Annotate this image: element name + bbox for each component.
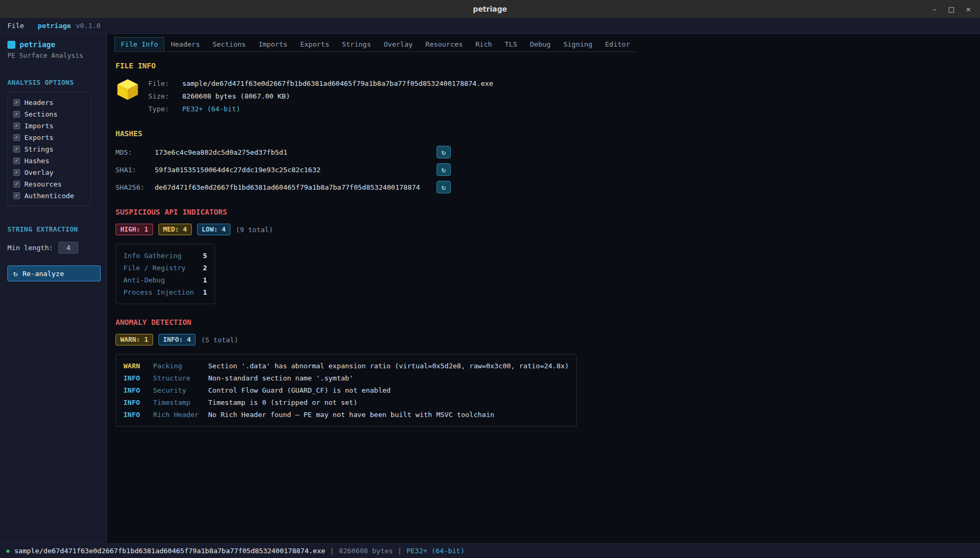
checkbox-label: Exports — [24, 134, 54, 141]
anomaly-row: INFO Timestamp Timestamp is 0 (stripped … — [123, 396, 569, 409]
min-length-input[interactable] — [58, 242, 78, 254]
checkbox-checked-icon: ✓ — [13, 122, 20, 129]
anomaly-message: Timestamp is 0 (stripped or not set) — [208, 398, 569, 406]
reanalyze-button[interactable]: ↻ Re-analyze — [7, 265, 101, 281]
size-value: 8260608 bytes (8067.00 KB) — [182, 90, 493, 103]
hashes-list: MD5: 173e6c4c9ea802dc5d0a275ed37fb5d1 ↻ … — [115, 145, 969, 194]
file-info-heading: FILE INFO — [115, 61, 969, 70]
min-length-label: Min length: — [7, 244, 53, 252]
hash-value: de67d471f63e0d2667fb1bd6381ad60465f79a1b… — [155, 183, 436, 191]
category-count: 5 — [203, 252, 207, 260]
anomaly-row: WARN Packing Section '.data' has abnorma… — [123, 360, 569, 372]
tab-debug[interactable]: Debug — [523, 37, 557, 51]
main-content: File Info Headers Sections Imports Expor… — [107, 34, 980, 543]
anomaly-category: Packing — [153, 362, 208, 370]
tab-overlay[interactable]: Overlay — [377, 37, 419, 51]
checkbox-checked-icon: ✓ — [13, 111, 20, 118]
status-separator: | — [398, 547, 402, 555]
hash-value: 59f3a01535150064d4c27ddc19e93c25c82c1632 — [155, 166, 436, 174]
analysis-options-group: ✓ Headers ✓ Sections ✓ Imports ✓ Exports… — [7, 92, 91, 206]
status-filetype: PE32+ (64-bit) — [406, 547, 465, 555]
badge-med: MED: 4 — [158, 224, 192, 235]
file-value: sample/de67d471f63e0d2667fb1bd6381ad6046… — [182, 77, 493, 90]
checkbox-label: Sections — [24, 110, 58, 118]
close-icon[interactable]: × — [961, 0, 976, 18]
tab-editor[interactable]: Editor — [599, 37, 636, 51]
checkbox-checked-icon: ✓ — [13, 134, 20, 141]
api-category-row: Process Injection 1 — [123, 286, 207, 298]
hash-row-sha256: SHA256: de67d471f63e0d2667fb1bd6381ad604… — [115, 180, 969, 194]
copy-sha1-button[interactable]: ↻ — [436, 163, 451, 176]
menu-file[interactable]: File — [7, 22, 24, 30]
app-name: petriage — [38, 22, 71, 30]
anomaly-row: INFO Security Control Flow Guard (GUARD_… — [123, 384, 569, 396]
anomaly-badge-row: WARN: 1 INFO: 4 (5 total) — [115, 334, 969, 346]
suspicious-api-heading: SUSPICIOUS API INDICATORS — [115, 208, 969, 216]
checkbox-checked-icon: ✓ — [13, 157, 20, 164]
checkbox-hashes[interactable]: ✓ Hashes — [13, 155, 85, 166]
tab-exports[interactable]: Exports — [294, 37, 336, 51]
app-window: petriage – □ × File petriagev0.1.0 petri… — [0, 0, 980, 558]
checkbox-label: Headers — [24, 99, 54, 107]
anomaly-severity: WARN — [123, 362, 153, 370]
badge-high: HIGH: 1 — [115, 224, 153, 235]
file-label: File: — [148, 77, 175, 90]
tab-file-info[interactable]: File Info — [114, 37, 164, 51]
checkbox-resources[interactable]: ✓ Resources — [13, 178, 85, 190]
anomaly-row: INFO Structure Non-standard section name… — [123, 372, 569, 384]
string-extraction-title: STRING EXTRACTION — [7, 225, 100, 233]
category-count: 1 — [203, 276, 207, 284]
checkbox-imports[interactable]: ✓ Imports — [13, 120, 85, 131]
tab-resources[interactable]: Resources — [419, 37, 469, 51]
menubar: File petriagev0.1.0 — [0, 18, 980, 34]
tab-headers[interactable]: Headers — [164, 37, 206, 51]
checkbox-label: Strings — [24, 145, 54, 153]
checkbox-label: Authenticode — [24, 192, 74, 200]
type-label: Type: — [148, 103, 175, 116]
checkbox-strings[interactable]: ✓ Strings — [13, 143, 85, 155]
statusbar: ● sample/de67d471f63e0d2667fb1bd6381ad60… — [0, 543, 980, 558]
checkbox-sections[interactable]: ✓ Sections — [13, 108, 85, 120]
minimize-icon[interactable]: – — [927, 0, 942, 18]
tab-sections[interactable]: Sections — [206, 37, 252, 51]
tab-rich[interactable]: Rich — [469, 37, 498, 51]
tab-strings[interactable]: Strings — [335, 37, 377, 51]
refresh-icon: ↻ — [13, 269, 17, 278]
min-length-row: Min length: — [7, 242, 100, 254]
maximize-icon[interactable]: □ — [944, 0, 959, 18]
checkbox-overlay[interactable]: ✓ Overlay — [13, 166, 85, 178]
hash-label: MD5: — [115, 148, 155, 156]
api-category-row: Anti-Debug 1 — [123, 274, 207, 286]
file-cube-icon — [115, 77, 140, 102]
suspicious-total: (9 total) — [236, 226, 273, 234]
checkbox-exports[interactable]: ✓ Exports — [13, 131, 85, 143]
sidebar-subtitle: PE Surface Analysis — [7, 51, 100, 59]
anomaly-message: Non-standard section name '.symtab' — [208, 374, 569, 382]
hash-label: SHA1: — [115, 166, 155, 174]
app-logo-row: petriage — [7, 40, 100, 49]
checkbox-checked-icon: ✓ — [13, 181, 20, 188]
copy-icon: ↻ — [442, 148, 446, 156]
hash-value: 173e6c4c9ea802dc5d0a275ed37fb5d1 — [155, 148, 436, 156]
content-row: petriage PE Surface Analysis ANALYSIS OP… — [0, 34, 980, 543]
copy-icon: ↻ — [442, 166, 446, 174]
tab-signing[interactable]: Signing — [557, 37, 599, 51]
anomaly-category: Security — [153, 386, 208, 394]
category-name: Process Injection — [123, 288, 203, 296]
app-version: v0.1.0 — [76, 22, 101, 30]
checkbox-label: Imports — [24, 122, 54, 130]
hash-row-sha1: SHA1: 59f3a01535150064d4c27ddc19e93c25c8… — [115, 163, 969, 176]
tab-tls[interactable]: TLS — [498, 37, 523, 51]
tab-imports[interactable]: Imports — [252, 37, 294, 51]
checkbox-authenticode[interactable]: ✓ Authenticode — [13, 190, 85, 201]
copy-md5-button[interactable]: ↻ — [436, 146, 451, 158]
anomaly-category: Timestamp — [153, 398, 208, 406]
tabbar: File Info Headers Sections Imports Expor… — [114, 37, 636, 52]
anomaly-message: No Rich Header found — PE may not have b… — [208, 411, 569, 419]
copy-sha256-button[interactable]: ↻ — [436, 181, 451, 193]
checkbox-headers[interactable]: ✓ Headers — [13, 96, 85, 108]
copy-icon: ↻ — [442, 183, 446, 191]
status-dot-icon: ● — [6, 548, 10, 554]
api-categories-box: Info Gathering 5 File / Registry 2 Anti-… — [115, 244, 215, 304]
status-size: 8260608 bytes — [339, 547, 393, 555]
